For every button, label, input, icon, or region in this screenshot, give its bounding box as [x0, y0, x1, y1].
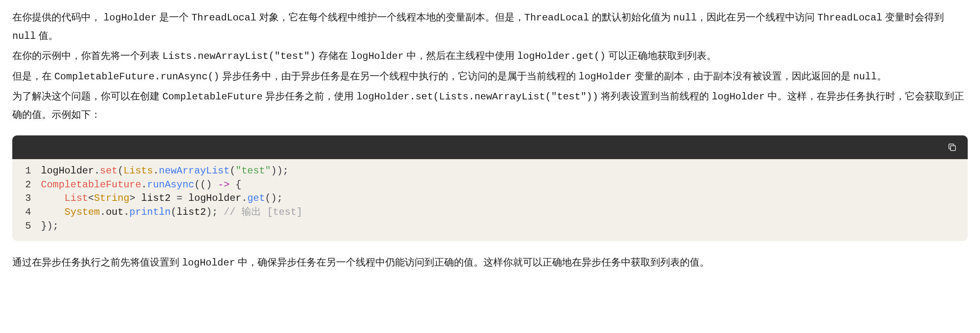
text: 可以正确地获取到列表。	[606, 50, 717, 61]
inline-code: logHolder	[350, 51, 404, 62]
line-content: List<String> list2 = logHolder.get();	[41, 191, 968, 205]
text: 异步任务之前，使用	[263, 90, 357, 101]
inline-code: logHolder.get()	[517, 51, 605, 62]
inline-code: logHolder	[578, 71, 632, 82]
code-line: 1 logHolder.set(Lists.newArrayList("test…	[12, 164, 968, 178]
copy-button[interactable]	[946, 142, 958, 153]
line-content: logHolder.set(Lists.newArrayList("test")…	[41, 164, 968, 178]
code-block: 1 logHolder.set(Lists.newArrayList("test…	[12, 135, 968, 241]
inline-code: ThreadLocal	[524, 12, 589, 23]
code-body: 1 logHolder.set(Lists.newArrayList("test…	[12, 159, 968, 241]
text: 是一个	[156, 11, 191, 22]
text: ，因此在另一个线程中访问	[697, 11, 817, 22]
paragraph-3: 但是，在 CompletableFuture.runAsync() 异步任务中，…	[12, 67, 968, 86]
text: 值。	[36, 30, 59, 41]
code-line: 4 System.out.println(list2); // 输出 [test…	[12, 205, 968, 219]
text: 异步任务中，由于异步任务是在另一个线程中执行的，它访问的是属于当前线程的	[219, 70, 578, 81]
inline-code: CompletableFuture	[163, 91, 263, 102]
text: 变量的副本，由于副本没有被设置，因此返回的是	[632, 70, 853, 81]
code-line: 5 });	[12, 219, 968, 233]
text: 但是，在	[12, 70, 54, 81]
inline-code: ThreadLocal	[817, 12, 882, 23]
code-line: 3 List<String> list2 = logHolder.get();	[12, 191, 968, 205]
text: 将列表设置到当前线程的	[598, 90, 711, 101]
line-content: CompletableFuture.runAsync(() -> {	[41, 178, 968, 192]
text: 在你提供的代码中，	[12, 11, 104, 22]
line-number: 4	[12, 205, 41, 219]
text: 的默认初始化值为	[589, 11, 673, 22]
paragraph-4: 为了解决这个问题，你可以在创建 CompletableFuture 异步任务之前…	[12, 87, 968, 123]
line-number: 5	[12, 219, 41, 233]
code-header	[12, 135, 968, 159]
text: 在你的示例中，你首先将一个列表	[12, 50, 163, 61]
inline-code: logHolder	[104, 12, 157, 23]
line-content: System.out.println(list2); // 输出 [test]	[41, 205, 968, 219]
paragraph-5: 通过在异步任务执行之前先将值设置到 logHolder 中，确保异步任务在另一个…	[12, 253, 968, 272]
text: 为了解决这个问题，你可以在创建	[12, 90, 163, 101]
inline-code: CompletableFuture.runAsync()	[54, 71, 219, 82]
code-line: 2 CompletableFuture.runAsync(() -> {	[12, 178, 968, 192]
inline-code: logHolder.set(Lists.newArrayList("test")…	[357, 91, 598, 102]
line-content: });	[41, 219, 968, 233]
line-number: 1	[12, 164, 41, 178]
text: 对象，它在每个线程中维护一个线程本地的变量副本。但是，	[256, 11, 524, 22]
text: 中，确保异步任务在另一个线程中仍能访问到正确的值。这样你就可以正确地在异步任务中…	[235, 256, 709, 268]
svg-rect-0	[951, 146, 955, 151]
inline-code: logHolder	[712, 91, 765, 102]
text: 变量时会得到	[882, 11, 944, 22]
text: 通过在异步任务执行之前先将值设置到	[12, 256, 182, 268]
copy-icon	[947, 142, 957, 152]
text: 中，然后在主线程中使用	[404, 50, 517, 61]
inline-code: null	[853, 71, 877, 82]
line-number: 2	[12, 178, 41, 192]
text: 存储在	[316, 50, 350, 61]
text: 。	[877, 70, 887, 81]
inline-code: logHolder	[182, 257, 235, 268]
inline-code: ThreadLocal	[192, 12, 256, 23]
inline-code: Lists.newArrayList("test")	[163, 51, 316, 62]
paragraph-2: 在你的示例中，你首先将一个列表 Lists.newArrayList("test…	[12, 47, 968, 65]
inline-code: null	[12, 31, 36, 42]
line-number: 3	[12, 191, 41, 205]
inline-code: null	[673, 12, 697, 23]
paragraph-1: 在你提供的代码中， logHolder 是一个 ThreadLocal 对象，它…	[12, 8, 968, 45]
